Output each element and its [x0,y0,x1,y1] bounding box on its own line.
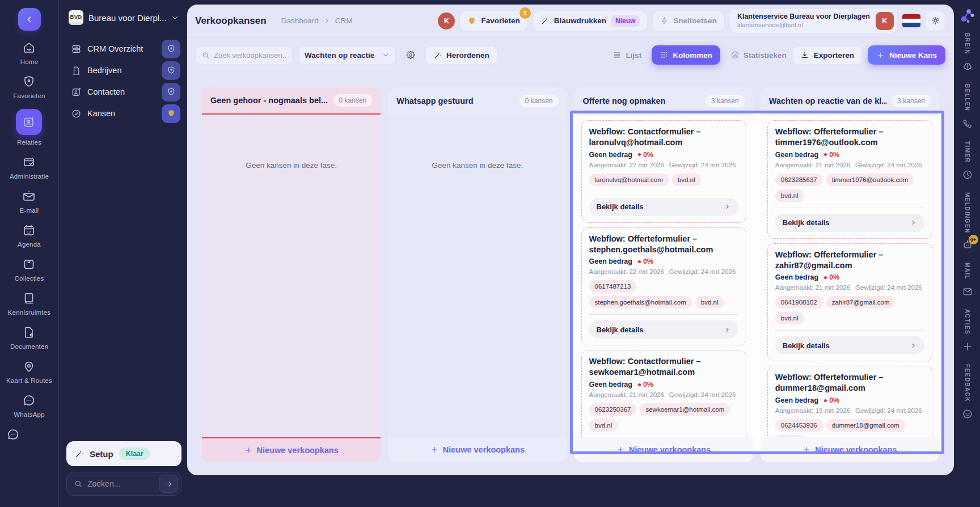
view-details-label: Bekijk details [597,202,644,211]
card-divider [589,314,738,315]
opportunity-card[interactable]: Webflow: Offerteformulier – timmer1976@o… [767,120,932,239]
favorites-button[interactable]: Favorieten 1 [459,11,527,31]
chevron-right-icon [910,342,917,349]
reorder-button[interactable]: Herordenen [425,46,497,65]
rail-item-whatsapp[interactable]: WhatsApp [6,394,52,418]
card-tags: laronulvq@hotmail.combvd.nl [589,174,738,186]
view-statistieken-button[interactable]: Statistieken [730,50,787,60]
sidebar-item-bedrijven[interactable]: Bedrijven [66,60,181,81]
sidebar-item-shield-badge [162,40,180,58]
column-count-badge: 0 kansen [519,95,559,107]
sidebar-item-label: Kansen [87,109,156,118]
card-amount: Geen bedrag [589,151,632,159]
right-rail-item-mail[interactable]: MAIL [962,263,973,297]
right-rail-item-acties[interactable]: ACTIES [962,309,973,352]
page-header: Verkoopkansen Dashboard CRM K Favorieten… [187,5,954,37]
rail-item-kaart-routes[interactable]: Kaart & Routes [6,360,52,384]
rail-item-home[interactable]: Home [6,41,52,65]
column-add-opportunity-button[interactable]: Nieuwe verkoopkans [202,437,381,462]
card-amount-row: Geen bedrag 0% [589,151,738,159]
search-submit-button[interactable] [159,475,178,493]
rail-item-kennisruimtes[interactable]: Kennisruimtes [6,291,52,316]
sidebar-item-label: Bedrijven [87,66,156,75]
card-percent: 0% [638,257,653,265]
mail-icon [962,286,973,297]
opportunity-card[interactable]: Webflow: Contactformulier – sewkoemar1@h… [581,350,746,437]
rail-item-documenten[interactable]: Documenten [6,326,52,350]
sidebar-item-crm-overzicht[interactable]: CRM Overzicht [66,39,181,59]
card-title: Webflow: Offerteformulier – dummer18@gma… [775,372,924,394]
account-menu[interactable]: Klantenservice Bureau voor Dierplagen kl… [729,9,898,33]
column-body: Geen kansen in deze fase. [202,115,381,437]
collapse-sidebar-button[interactable] [18,8,41,31]
rail-item-partial[interactable] [6,428,52,443]
view-details-button[interactable]: Bekijk details [775,214,924,232]
shortcuts-label: Sneltoetsen [673,16,717,25]
export-button[interactable]: Exporteren [792,46,862,65]
sidebar-item-kansen[interactable]: Kansen [66,103,181,124]
view-lijst-button[interactable]: Lijst [612,50,641,60]
setup-button[interactable]: Setup Klaar [66,441,181,466]
card-dates: Aangemaakt: 22 mrt 2026 Gewijzigd: 24 mr… [589,268,738,275]
column-add-opportunity-button[interactable]: Nieuwe verkoopkans [761,437,939,462]
right-rail-item-brein[interactable]: BREIN [962,33,973,72]
rail-item-agenda[interactable]: 17 Agenda [6,223,52,248]
lightning-icon [660,16,669,25]
new-opportunity-button[interactable]: Nieuwe Kans [868,45,945,65]
rail-item-e-mail[interactable]: E-mail [6,189,52,214]
column-add-opportunity-button[interactable]: Nieuwe verkoopkans [575,437,753,462]
card-tag: 0623285637 [775,174,823,186]
right-rail-label: BREIN [964,33,970,54]
card-amount-row: Geen bedrag 0% [589,257,738,265]
rail-item-administratie[interactable]: Administratie [6,155,52,180]
opportunity-card[interactable]: Webflow: Offerteformulier – zahir87@gmai… [767,243,932,362]
rail-item-relaties[interactable]: Relaties [6,109,52,146]
language-flag-nl[interactable] [902,14,920,27]
opportunity-card[interactable]: Webflow: Offerteformulier – dummer18@gma… [767,366,932,437]
opportunity-search-input[interactable] [214,51,286,60]
column-header: Offerte nog opmaken 3 kansen [575,87,753,115]
view-details-button[interactable]: Bekijk details [775,336,924,354]
opportunity-card[interactable]: Webflow: Offerteformulier – stephen.goet… [581,227,746,346]
card-dates: Aangemaakt: 21 mrt 2026 Gewijzigd: 24 mr… [589,391,738,398]
module-sidebar: BVD Bureau voor Dierpl... CRM Overzicht … [60,0,187,507]
user-avatar[interactable]: K [438,12,455,29]
rail-item-collecties[interactable]: Collecties [6,257,52,282]
sun-icon [931,16,940,26]
card-amount-row: Geen bedrag 0% [775,396,924,404]
chevron-down-icon [382,51,390,59]
sidebar-item-contacten[interactable]: Contacten [66,82,181,102]
shortcuts-button[interactable]: Sneltoetsen [652,11,725,31]
column-add-opportunity-button[interactable]: Nieuwe verkoopkans [388,437,567,462]
theme-toggle-button[interactable] [925,11,945,31]
right-rail: BREIN BELLEN TIMER MELDINGEN 9+ MAIL ACT… [954,0,980,507]
board-settings-button[interactable] [402,46,420,64]
card-tag: bvd.nl [589,419,618,432]
card-tag: laronulvq@hotmail.com [589,174,669,186]
right-rail-item-bellen[interactable]: BELLEN [962,84,973,129]
rail-item-label: Collecties [15,275,44,282]
card-modified: Gewijzigd: 24 mrt 2026 [669,162,736,168]
column-count-badge: 3 kansen [892,95,931,107]
right-rail-item-feedback[interactable]: FEEDBACK [962,364,973,420]
relaties-icon [22,115,36,129]
view-details-button[interactable]: Bekijk details [589,198,738,216]
breadcrumb-dashboard[interactable]: Dashboard [281,16,319,25]
right-rail-label: MELDINGEN [964,192,970,234]
view-details-button[interactable]: Bekijk details [589,320,738,339]
rail-item-favorieten[interactable]: Favorieten [6,75,52,99]
sidebar-search-input[interactable] [87,479,154,488]
view-kolommen-button[interactable]: Kolommen [652,45,720,65]
opportunity-card[interactable]: Webflow: Contactformulier – laronulvq@ho… [581,120,746,223]
card-tag: bvd.nl [775,189,804,202]
assistant-logo-icon[interactable] [959,7,976,24]
plus-icon [244,446,252,454]
breadcrumb-crm[interactable]: CRM [335,16,353,25]
right-rail-item-meldingen[interactable]: MELDINGEN 9+ [962,192,973,251]
column-body: Geen kansen in deze fase. [388,115,567,437]
card-amount: Geen bedrag [775,151,818,159]
workspace-switcher[interactable]: BVD Bureau voor Dierpl... [66,7,181,28]
phase-filter-select[interactable]: Wachten op reactie [298,46,396,65]
right-rail-item-timer[interactable]: TIMER [962,141,973,180]
blueprints-button[interactable]: Blauwdrukken Nieuw [533,11,648,31]
